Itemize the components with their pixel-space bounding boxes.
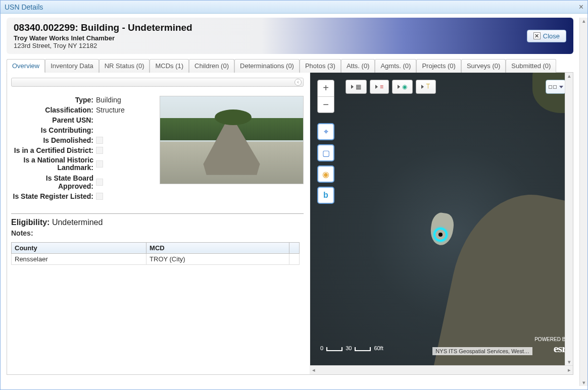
map-side-toolbar: ⌖ ▢ ◉ b	[317, 123, 334, 204]
map-tool-zoom-rect[interactable]: ⌖	[317, 123, 334, 140]
map-tool-basemap-dropdown[interactable]: ◉	[392, 80, 413, 94]
label-state-board-approved: Is State Board Approved:	[10, 174, 96, 190]
label-classification: Classification:	[10, 106, 96, 114]
esri-text: esri	[534, 342, 569, 355]
window-titlebar: USN Details ×	[1, 1, 587, 14]
left-toolbar: ‹	[11, 78, 304, 87]
eligibility-line: Eligibility: Undetermined	[11, 218, 305, 227]
divider	[11, 213, 304, 214]
tab-mcds[interactable]: MCDs (1)	[150, 59, 189, 73]
overview-left-pane: ‹ Type:Building Classification:Structure…	[7, 73, 310, 374]
label-state-register-listed: Is State Register Listed:	[10, 192, 96, 200]
map-zoom-control: + −	[317, 80, 334, 113]
tab-surveys[interactable]: Surveys (0)	[461, 59, 506, 73]
checkbox-state-board-approved[interactable]	[96, 179, 103, 186]
scale-30: 30	[346, 345, 352, 351]
checkbox-nhl[interactable]	[96, 160, 103, 168]
record-subtitle: Troy Water Works Inlet Chamber	[14, 34, 192, 42]
window-vscrollbar[interactable]: ▴▾	[579, 18, 587, 386]
label-is-demolished: Is Demolished:	[10, 136, 96, 144]
map-tool-measure-dropdown[interactable]: ⟙	[416, 80, 436, 94]
map-scalebar: 0 30 60ft	[317, 345, 386, 351]
zoom-in-button[interactable]: +	[318, 80, 334, 96]
record-address: 123rd Street, Troy NY 12182	[14, 42, 192, 49]
record-title: 08340.002299: Building - Undetermined	[14, 22, 192, 33]
tab-children[interactable]: Children (0)	[189, 59, 234, 73]
label-type: Type:	[10, 96, 96, 104]
county-mcd-table: County MCD Rensselaer TROY (City)	[11, 242, 300, 265]
scale-0: 0	[320, 345, 323, 351]
map-tool-full-extent[interactable]: ▢	[317, 144, 334, 161]
checkbox-certified-district[interactable]	[96, 147, 103, 154]
tab-determinations[interactable]: Determinations (0)	[234, 59, 300, 73]
td-county: Rensselaer	[12, 253, 146, 264]
map-tool-layers-dropdown[interactable]: ▦	[346, 80, 367, 94]
close-icon: ✕	[533, 32, 541, 39]
powered-by-label: POWERED BY	[534, 337, 569, 342]
close-button[interactable]: ✕ Close	[527, 30, 566, 42]
tab-projects[interactable]: Projects (0)	[416, 59, 461, 73]
th-mcd[interactable]: MCD	[146, 242, 289, 253]
scale-60: 60ft	[374, 345, 383, 351]
record-photo-thumbnail[interactable]	[160, 96, 304, 184]
label-certified-district: Is in a Certified District:	[10, 146, 96, 154]
overview-right-pane: + − ▦ ≡ ◉ ⟙ ⌖ ▢ ◉ b	[310, 73, 573, 374]
map-tool-streetview[interactable]: ◉	[317, 165, 334, 183]
close-button-label: Close	[543, 32, 560, 40]
map-basemap-gallery-button[interactable]	[546, 80, 566, 94]
map-attribution: NYS ITS Geospatial Services, West…	[432, 347, 532, 355]
zoom-out-button[interactable]: −	[318, 96, 334, 113]
collapse-left-icon[interactable]: ‹	[295, 79, 302, 86]
label-parent-usn: Parent USN:	[10, 116, 96, 124]
checkbox-is-demolished[interactable]	[96, 137, 103, 144]
eligibility-value: Undetermined	[52, 218, 103, 227]
tab-overview[interactable]: Overview	[7, 59, 45, 73]
tab-atts[interactable]: Atts. (0)	[341, 59, 375, 73]
field-list: Type:Building Classification:Structure P…	[10, 96, 152, 202]
window-title: USN Details	[5, 3, 43, 11]
map-vscrollbar[interactable]: ▴▾	[565, 73, 573, 365]
map-hscrollbar[interactable]: ◂▸	[310, 365, 573, 374]
checkbox-state-register-listed[interactable]	[96, 193, 103, 200]
tab-nr-status[interactable]: NR Status (0)	[99, 59, 150, 73]
map-top-toolbar: ▦ ≡ ◉ ⟙	[346, 80, 436, 94]
tab-photos[interactable]: Photos (3)	[300, 59, 341, 73]
eligibility-label: Eligibility:	[11, 218, 50, 227]
tab-content: ‹ Type:Building Classification:Structure…	[7, 72, 573, 375]
label-is-contributing: Is Contributing:	[10, 126, 96, 134]
value-type: Building	[96, 96, 121, 104]
tab-inventory-data[interactable]: Inventory Data	[45, 59, 99, 73]
tab-submitted[interactable]: Submitted (0)	[506, 59, 556, 73]
tabstrip: Overview Inventory Data NR Status (0) MC…	[7, 59, 573, 73]
map-tool-bing[interactable]: b	[317, 187, 334, 204]
record-header: 08340.002299: Building - Undetermined Tr…	[7, 18, 573, 54]
map-canvas[interactable]: + − ▦ ≡ ◉ ⟙ ⌖ ▢ ◉ b	[310, 73, 573, 365]
td-mcd: TROY (City)	[146, 253, 289, 264]
th-spacer	[289, 242, 300, 253]
th-county[interactable]: County	[12, 242, 146, 253]
map-tool-legend-dropdown[interactable]: ≡	[370, 80, 389, 94]
notes-label: Notes:	[11, 229, 304, 237]
esri-logo: POWERED BY esri	[534, 337, 569, 355]
tab-agmts[interactable]: Agmts. (0)	[375, 59, 416, 73]
table-row[interactable]: Rensselaer TROY (City)	[12, 253, 300, 264]
value-classification: Structure	[96, 106, 125, 114]
window-close-icon[interactable]: ×	[579, 3, 583, 12]
label-nhl: Is a National Historic Landmark:	[10, 156, 96, 172]
